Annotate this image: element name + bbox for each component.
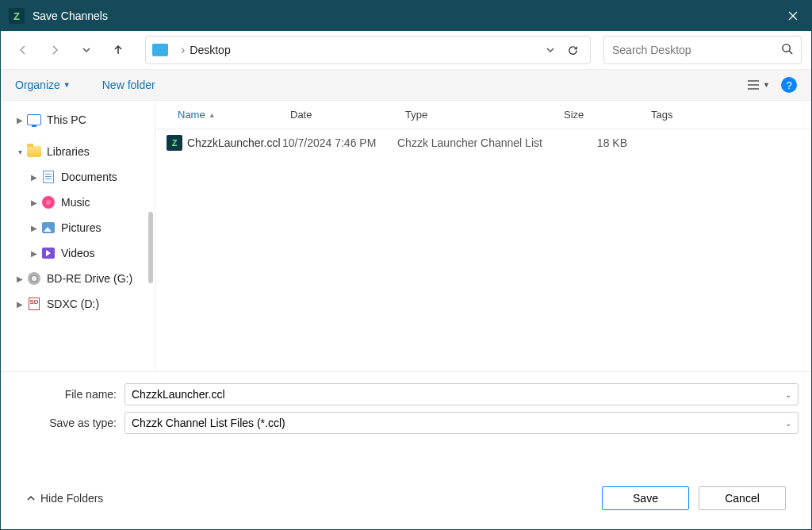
breadcrumb-location[interactable]: Desktop	[190, 44, 230, 56]
help-button[interactable]: ?	[781, 77, 797, 93]
new-folder-button[interactable]: New folder	[102, 79, 155, 91]
sort-asc-icon: ▲	[209, 111, 216, 119]
disc-icon	[26, 271, 42, 286]
cancel-button[interactable]: Cancel	[699, 486, 786, 510]
sidebar-item-documents[interactable]: ▶ Documents	[1, 164, 155, 190]
column-label: Type	[405, 109, 427, 121]
filename-row: File name: ⌄	[13, 383, 799, 405]
filename-field[interactable]: ⌄	[124, 383, 799, 405]
file-date: 10/7/2024 7:46 PM	[282, 136, 397, 149]
search-icon	[781, 43, 793, 58]
save-button[interactable]: Save	[602, 486, 689, 510]
caret-down-icon: ▼	[63, 81, 71, 89]
main-area: ▶ This PC ▾ Libraries ▶ Documents ▶ Musi…	[1, 101, 811, 371]
file-list-area: Name ▲ Date Type Size Tags Z ChzzkLaunch…	[155, 101, 811, 371]
hide-folders-label: Hide Folders	[40, 492, 103, 505]
chevron-right-icon: ▶	[13, 275, 26, 283]
hide-folders-button[interactable]: Hide Folders	[26, 492, 103, 505]
savetype-value: Chzzk Channel List Files (*.ccl)	[132, 417, 785, 429]
up-button[interactable]	[105, 37, 131, 63]
sidebar-item-label: Music	[61, 196, 90, 209]
sidebar-item-videos[interactable]: ▶ Videos	[1, 240, 155, 266]
savetype-row: Save as type: Chzzk Channel List Files (…	[13, 412, 799, 434]
desktop-icon	[152, 44, 168, 56]
organize-menu[interactable]: Organize ▼	[15, 79, 71, 91]
chevron-right-icon: ▶	[28, 173, 40, 182]
sidebar-item-label: BD-RE Drive (G:)	[47, 272, 132, 285]
arrow-up-icon	[112, 44, 124, 56]
bottom-panel: File name: ⌄ Save as type: Chzzk Channel…	[1, 371, 811, 529]
nav-row: › Desktop	[1, 31, 811, 69]
sidebar-item-bdre-drive[interactable]: ▶ BD-RE Drive (G:)	[1, 266, 155, 291]
savetype-dropdown[interactable]: ⌄	[785, 419, 791, 428]
window-title: Save Channels	[33, 10, 775, 22]
sidebar-item-sdxc[interactable]: ▶ SD SDXC (D:)	[1, 291, 155, 317]
new-folder-label: New folder	[102, 79, 155, 91]
filename-label: File name:	[13, 388, 124, 401]
breadcrumb-separator-icon: ›	[181, 43, 185, 57]
column-header-name[interactable]: Name ▲	[155, 109, 282, 121]
chevron-right-icon: ▶	[28, 198, 40, 207]
sidebar-scrollbar[interactable]	[148, 212, 153, 283]
column-header-tags[interactable]: Tags	[643, 109, 811, 121]
action-row: Hide Folders Save Cancel	[13, 470, 799, 520]
organize-label: Organize	[15, 79, 60, 91]
recent-dropdown[interactable]	[74, 37, 99, 63]
sidebar: ▶ This PC ▾ Libraries ▶ Documents ▶ Musi…	[1, 101, 155, 371]
videos-icon	[40, 246, 56, 260]
sidebar-item-label: Libraries	[47, 145, 90, 158]
sidebar-item-label: Pictures	[61, 221, 102, 234]
sidebar-item-libraries[interactable]: ▾ Libraries	[1, 139, 155, 164]
app-icon: Z	[9, 8, 25, 24]
sidebar-item-this-pc[interactable]: ▶ This PC	[1, 107, 155, 132]
savetype-label: Save as type:	[13, 417, 124, 429]
libraries-icon	[26, 144, 42, 159]
file-row[interactable]: Z ChzzkLauncher.ccl 10/7/2024 7:46 PM Ch…	[155, 129, 811, 156]
chevron-down-icon	[546, 45, 555, 55]
forward-button[interactable]	[42, 37, 67, 63]
address-dropdown[interactable]	[539, 39, 561, 61]
sidebar-item-pictures[interactable]: ▶ Pictures	[1, 215, 155, 240]
chevron-up-icon	[26, 494, 36, 503]
file-list-header: Name ▲ Date Type Size Tags	[155, 101, 811, 129]
view-menu[interactable]: ▼	[747, 79, 770, 90]
close-button[interactable]	[775, 1, 811, 31]
file-type-icon: Z	[167, 135, 182, 151]
file-name: ChzzkLauncher.ccl	[187, 136, 281, 149]
refresh-icon	[567, 44, 579, 56]
column-header-type[interactable]: Type	[397, 109, 556, 121]
filename-input[interactable]	[132, 388, 785, 401]
column-header-date[interactable]: Date	[282, 109, 397, 121]
svg-point-2	[783, 44, 790, 51]
chevron-right-icon: ▶	[28, 249, 40, 258]
toolbar: Organize ▼ New folder ▼ ?	[1, 69, 811, 101]
refresh-button[interactable]	[561, 39, 584, 61]
column-label: Date	[290, 109, 312, 121]
filename-dropdown[interactable]: ⌄	[785, 390, 791, 399]
sidebar-item-music[interactable]: ▶ Music	[1, 190, 155, 215]
column-header-size[interactable]: Size	[556, 109, 643, 121]
documents-icon	[40, 170, 56, 184]
list-view-icon	[747, 79, 760, 90]
sidebar-item-label: SDXC (D:)	[47, 298, 99, 310]
svg-line-3	[789, 51, 792, 54]
back-button[interactable]	[10, 37, 36, 63]
column-label: Size	[564, 109, 584, 121]
chevron-down-icon: ▾	[13, 148, 26, 156]
arrow-right-icon	[48, 44, 61, 56]
column-label: Tags	[651, 109, 672, 121]
file-rows: Z ChzzkLauncher.ccl 10/7/2024 7:46 PM Ch…	[155, 129, 811, 371]
chevron-right-icon: ▶	[13, 116, 26, 125]
address-bar[interactable]: › Desktop	[145, 36, 591, 64]
close-icon	[788, 11, 798, 21]
chevron-down-icon	[82, 45, 91, 55]
file-type: Chzzk Launcher Channel List	[397, 136, 556, 149]
save-dialog: Z Save Channels › Desktop Organize ▼	[0, 0, 812, 530]
sd-card-icon: SD	[26, 297, 42, 311]
search-input[interactable]	[612, 44, 781, 56]
this-pc-icon	[26, 113, 42, 127]
sidebar-item-label: This PC	[47, 113, 86, 126]
savetype-field[interactable]: Chzzk Channel List Files (*.ccl) ⌄	[124, 412, 799, 434]
arrow-left-icon	[17, 44, 29, 56]
search-bar[interactable]	[603, 36, 802, 64]
